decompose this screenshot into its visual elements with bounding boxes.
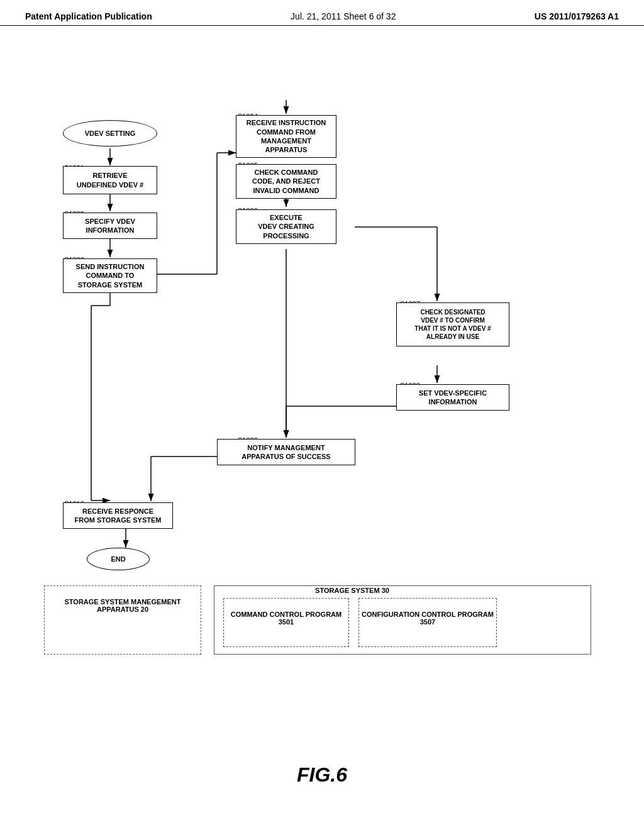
s1005-box: CHECK COMMAND CODE, AND REJECT INVALID C… bbox=[236, 164, 336, 199]
fig-label: FIG.6 bbox=[0, 763, 644, 787]
storage-system-label: STORAGE SYSTEM 30 bbox=[289, 587, 415, 594]
mgmt-apparatus-section bbox=[44, 585, 201, 655]
s1009-box: NOTIFY MANAGEMENT APPARATUS OF SUCCESS bbox=[217, 439, 355, 465]
vdev-setting-oval: VDEV SETTING bbox=[63, 120, 157, 147]
s1004-box: RECEIVE INSTRUCTION COMMAND FROM MANAGEM… bbox=[236, 115, 336, 158]
config-control-label: CONFIGURATION CONTROL PROGRAM 3507 bbox=[358, 611, 497, 626]
s1002-box: SPECIFY VDEV INFORMATION bbox=[63, 213, 157, 239]
end-oval: END bbox=[87, 548, 150, 570]
diagram-area: VDEV SETTING S1001 RETRIEVE UNDEFINED VD… bbox=[0, 32, 644, 799]
s1007-box: CHECK DESIGNATED VDEV # TO CONFIRM THAT … bbox=[396, 302, 509, 346]
header-publication: Patent Application Publication bbox=[25, 11, 152, 21]
cmd-control-label: COMMAND CONTROL PROGRAM 3501 bbox=[223, 611, 349, 626]
page-header: Patent Application Publication Jul. 21, … bbox=[0, 0, 644, 26]
header-date-sheet: Jul. 21, 2011 Sheet 6 of 32 bbox=[291, 11, 396, 21]
mgmt-apparatus-label: STORAGE SYSTEM MANEGEMENT APPARATUS 20 bbox=[44, 598, 201, 613]
s1010-box: RECEIVE RESPONCE FROM STORAGE SYSTEM bbox=[63, 502, 173, 529]
s1008-box: SET VDEV-SPECIFIC INFORMATION bbox=[396, 384, 509, 411]
s1001-box: RETRIEVE UNDEFINED VDEV # bbox=[63, 166, 157, 194]
s1003-box: SEND INSTRUCTION COMMAND TO STORAGE SYST… bbox=[63, 258, 157, 293]
header-patent-number: US 2011/0179263 A1 bbox=[535, 11, 619, 21]
s1006-box: EXECUTE VDEV CREATING PROCESSING bbox=[236, 209, 336, 244]
